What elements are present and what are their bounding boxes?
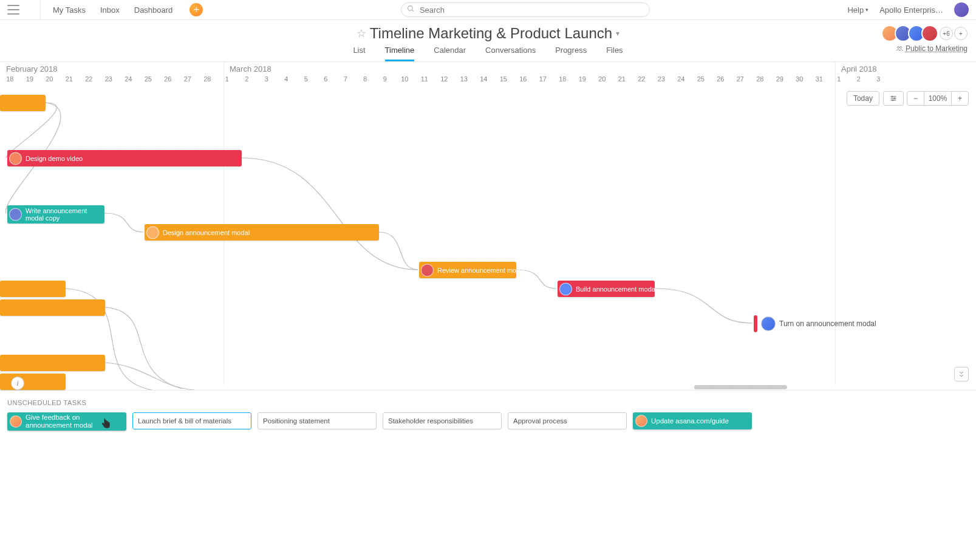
day-cell: 2	[849, 75, 869, 85]
task-bar[interactable]: Write announcement modal copy	[7, 205, 104, 224]
tab-progress[interactable]: Progress	[555, 46, 587, 61]
collapse-unscheduled-button[interactable]	[954, 367, 969, 381]
task-bar[interactable]: Build announcement modal	[558, 281, 655, 297]
tab-list[interactable]: List	[353, 46, 365, 61]
month-label: April 2018	[835, 64, 877, 73]
svg-point-5	[892, 96, 893, 97]
tab-timeline[interactable]: Timeline	[385, 46, 415, 61]
day-cell: 27	[731, 75, 751, 85]
day-cell: 24	[118, 75, 138, 85]
svg-point-0	[408, 6, 413, 11]
project-privacy-link[interactable]: Public to Marketing	[896, 44, 967, 53]
timeline-chart[interactable]: Design demo videoWrite announcement moda…	[0, 86, 976, 390]
unscheduled-task[interactable]: Launch brief & bill of materials	[132, 412, 251, 429]
unscheduled-task-label: Launch brief & bill of materials	[138, 417, 231, 425]
day-cell: 30	[790, 75, 810, 85]
unscheduled-task[interactable]: Give feedback on announcement modal	[7, 412, 126, 431]
quick-add-button[interactable]: +	[189, 3, 203, 16]
user-avatar[interactable]	[954, 2, 969, 17]
day-header: 1819202122232425262728123456789101112131…	[0, 75, 976, 86]
day-cell: 18	[553, 75, 573, 85]
task-bar-label: Write announcement modal copy	[26, 207, 104, 222]
day-cell: 20	[592, 75, 612, 85]
day-cell: 20	[39, 75, 60, 85]
divider	[40, 0, 41, 20]
day-cell: 31	[810, 75, 830, 85]
member-avatars[interactable]: +6 +	[885, 25, 967, 42]
unscheduled-task-label: Approval process	[513, 417, 567, 425]
day-cell: 3	[869, 75, 889, 85]
svg-point-9	[892, 100, 893, 101]
tab-files[interactable]: Files	[606, 46, 623, 61]
task-bar[interactable]	[0, 355, 105, 371]
day-cell: 8	[355, 75, 375, 85]
milestone-turn-on[interactable]: Turn on announcement modal	[754, 315, 876, 332]
nav-inbox[interactable]: Inbox	[100, 5, 120, 15]
day-cell: 10	[395, 75, 415, 85]
task-bar[interactable]: Design demo video	[7, 150, 242, 166]
assignee-avatar	[421, 264, 434, 276]
tab-conversations[interactable]: Conversations	[485, 46, 536, 61]
unscheduled-task-label: Stakeholder responsibilities	[388, 417, 473, 425]
tab-calendar[interactable]: Calendar	[434, 46, 466, 61]
day-cell: 4	[276, 75, 296, 85]
task-bar[interactable]	[0, 95, 46, 111]
day-cell: 19	[573, 75, 593, 85]
day-cell: 23	[652, 75, 672, 85]
today-button[interactable]: Today	[847, 91, 879, 106]
project-menu-caret-icon[interactable]: ▾	[616, 29, 619, 38]
task-bar[interactable]	[0, 281, 66, 297]
svg-point-3	[899, 47, 901, 49]
zoom-level: 100%	[924, 91, 952, 106]
svg-point-2	[897, 47, 899, 49]
unscheduled-task-label: Positioning statement	[263, 417, 330, 425]
day-cell: 28	[197, 75, 217, 85]
unscheduled-task[interactable]: Update asana.com/guide	[633, 412, 752, 429]
member-overflow-count[interactable]: +6	[940, 27, 953, 40]
unscheduled-task[interactable]: Stakeholder responsibilities	[383, 412, 502, 429]
day-cell: 1	[829, 75, 849, 85]
zoom-in-button[interactable]: +	[951, 91, 969, 106]
day-cell: 17	[533, 75, 553, 85]
month-label: February 2018	[0, 64, 58, 73]
svg-line-1	[412, 10, 414, 12]
day-cell: 19	[20, 75, 40, 85]
unscheduled-heading: UNSCHEDULED TASKS	[7, 399, 969, 406]
workspace-label[interactable]: Apollo Enterpris…	[879, 5, 943, 15]
assignee-avatar	[146, 226, 159, 239]
zoom-out-button[interactable]: −	[907, 91, 924, 106]
nav-my-tasks[interactable]: My Tasks	[53, 5, 86, 15]
day-cell: 26	[158, 75, 178, 85]
assignee-avatar	[9, 208, 22, 221]
search-icon	[407, 5, 415, 15]
day-cell: 25	[691, 75, 711, 85]
day-cell: 18	[0, 75, 20, 85]
task-bar[interactable]: Review announcement modal	[419, 262, 516, 278]
search-input[interactable]	[401, 2, 650, 17]
day-cell: 21	[60, 75, 80, 85]
hamburger-menu-icon[interactable]	[7, 5, 19, 15]
star-icon[interactable]: ☆	[357, 27, 366, 40]
horizontal-scrollbar[interactable]	[0, 385, 976, 390]
assignee-avatar	[559, 282, 572, 295]
day-cell: 15	[494, 75, 514, 85]
nav-dashboard[interactable]: Dashboard	[134, 5, 173, 15]
help-dropdown[interactable]: Help▾	[847, 5, 869, 15]
filter-button[interactable]	[883, 91, 904, 106]
add-member-button[interactable]: +	[954, 27, 967, 40]
day-cell: 1	[217, 75, 237, 85]
unscheduled-task[interactable]: Positioning statement	[258, 412, 377, 429]
day-cell: 16	[513, 75, 533, 85]
day-cell: 11	[415, 75, 435, 85]
task-bar[interactable]	[0, 299, 105, 316]
month-header: February 2018 March 2018 April 2018	[0, 62, 976, 75]
assignee-avatar	[635, 415, 647, 427]
milestone-marker-icon	[754, 315, 757, 332]
unscheduled-task[interactable]: Approval process	[508, 412, 627, 429]
assignee-avatar	[9, 152, 22, 165]
unscheduled-task-label: Give feedback on announcement modal	[26, 414, 121, 429]
day-cell: 29	[770, 75, 790, 85]
svg-point-7	[894, 98, 895, 99]
task-bar[interactable]: Design announcement modal	[145, 224, 379, 241]
day-cell: 13	[454, 75, 474, 85]
